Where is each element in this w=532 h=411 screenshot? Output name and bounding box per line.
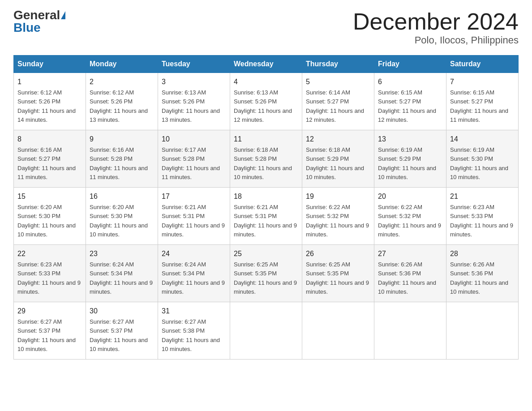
day-number: 23 bbox=[90, 248, 154, 259]
day-info: Sunrise: 6:18 AMSunset: 5:28 PMDaylight:… bbox=[234, 146, 292, 180]
day-info: Sunrise: 6:16 AMSunset: 5:27 PMDaylight:… bbox=[17, 146, 76, 180]
calendar-cell: 29Sunrise: 6:27 AMSunset: 5:37 PMDayligh… bbox=[14, 302, 86, 360]
calendar-cell: 18Sunrise: 6:21 AMSunset: 5:31 PMDayligh… bbox=[230, 188, 302, 245]
calendar-cell: 27Sunrise: 6:26 AMSunset: 5:36 PMDayligh… bbox=[374, 245, 446, 302]
day-info: Sunrise: 6:25 AMSunset: 5:35 PMDaylight:… bbox=[234, 261, 297, 295]
day-number: 26 bbox=[306, 248, 370, 259]
weekday-header-monday: Monday bbox=[86, 56, 158, 73]
day-number: 20 bbox=[378, 191, 442, 202]
day-info: Sunrise: 6:23 AMSunset: 5:33 PMDaylight:… bbox=[17, 261, 81, 295]
day-info: Sunrise: 6:22 AMSunset: 5:32 PMDaylight:… bbox=[306, 204, 369, 238]
day-number: 25 bbox=[234, 248, 298, 259]
day-number: 1 bbox=[17, 77, 82, 87]
calendar-cell: 26Sunrise: 6:25 AMSunset: 5:35 PMDayligh… bbox=[302, 245, 374, 302]
day-number: 7 bbox=[450, 77, 515, 87]
calendar-cell: 7Sunrise: 6:15 AMSunset: 5:27 PMDaylight… bbox=[446, 73, 519, 130]
calendar-cell: 12Sunrise: 6:18 AMSunset: 5:29 PMDayligh… bbox=[302, 130, 374, 188]
calendar-cell: 21Sunrise: 6:23 AMSunset: 5:33 PMDayligh… bbox=[446, 188, 519, 245]
page-subtitle: Polo, Ilocos, Philippines bbox=[353, 34, 519, 46]
day-info: Sunrise: 6:24 AMSunset: 5:34 PMDaylight:… bbox=[162, 261, 225, 295]
day-number: 29 bbox=[17, 306, 82, 317]
calendar-cell: 22Sunrise: 6:23 AMSunset: 5:33 PMDayligh… bbox=[14, 245, 86, 302]
day-number: 5 bbox=[306, 77, 370, 87]
day-info: Sunrise: 6:26 AMSunset: 5:36 PMDaylight:… bbox=[378, 261, 436, 295]
day-number: 28 bbox=[450, 248, 515, 259]
day-info: Sunrise: 6:20 AMSunset: 5:30 PMDaylight:… bbox=[17, 204, 76, 238]
day-info: Sunrise: 6:27 AMSunset: 5:37 PMDaylight:… bbox=[90, 318, 148, 352]
day-info: Sunrise: 6:21 AMSunset: 5:31 PMDaylight:… bbox=[234, 204, 297, 238]
calendar-week-row: 15Sunrise: 6:20 AMSunset: 5:30 PMDayligh… bbox=[14, 188, 519, 245]
day-info: Sunrise: 6:26 AMSunset: 5:36 PMDaylight:… bbox=[450, 261, 508, 295]
page-title: December 2024 bbox=[353, 9, 519, 34]
day-number: 4 bbox=[234, 77, 298, 87]
weekday-header-tuesday: Tuesday bbox=[158, 56, 230, 73]
day-info: Sunrise: 6:22 AMSunset: 5:32 PMDaylight:… bbox=[378, 204, 441, 238]
page-header: General Blue December 2024 Polo, Ilocos,… bbox=[13, 9, 519, 46]
day-info: Sunrise: 6:14 AMSunset: 5:27 PMDaylight:… bbox=[306, 89, 364, 123]
calendar-cell: 24Sunrise: 6:24 AMSunset: 5:34 PMDayligh… bbox=[158, 245, 230, 302]
calendar-week-row: 29Sunrise: 6:27 AMSunset: 5:37 PMDayligh… bbox=[14, 302, 519, 360]
day-info: Sunrise: 6:17 AMSunset: 5:28 PMDaylight:… bbox=[162, 146, 220, 180]
day-number: 14 bbox=[450, 134, 515, 145]
calendar-cell: 11Sunrise: 6:18 AMSunset: 5:28 PMDayligh… bbox=[230, 130, 302, 188]
day-number: 17 bbox=[162, 191, 226, 202]
weekday-header-wednesday: Wednesday bbox=[230, 56, 302, 73]
day-number: 15 bbox=[17, 191, 82, 202]
calendar-cell bbox=[230, 302, 302, 360]
calendar-cell: 6Sunrise: 6:15 AMSunset: 5:27 PMDaylight… bbox=[374, 73, 446, 130]
day-info: Sunrise: 6:24 AMSunset: 5:34 PMDaylight:… bbox=[90, 261, 153, 295]
day-number: 30 bbox=[90, 306, 154, 317]
calendar-cell: 3Sunrise: 6:13 AMSunset: 5:26 PMDaylight… bbox=[158, 73, 230, 130]
calendar-cell: 25Sunrise: 6:25 AMSunset: 5:35 PMDayligh… bbox=[230, 245, 302, 302]
calendar-cell: 2Sunrise: 6:12 AMSunset: 5:26 PMDaylight… bbox=[86, 73, 158, 130]
calendar-cell: 14Sunrise: 6:19 AMSunset: 5:30 PMDayligh… bbox=[446, 130, 519, 188]
day-number: 22 bbox=[17, 248, 82, 259]
day-number: 21 bbox=[450, 191, 515, 202]
calendar-cell: 5Sunrise: 6:14 AMSunset: 5:27 PMDaylight… bbox=[302, 73, 374, 130]
day-info: Sunrise: 6:27 AMSunset: 5:37 PMDaylight:… bbox=[17, 318, 76, 352]
day-info: Sunrise: 6:19 AMSunset: 5:30 PMDaylight:… bbox=[450, 146, 508, 180]
day-info: Sunrise: 6:16 AMSunset: 5:28 PMDaylight:… bbox=[90, 146, 148, 180]
day-info: Sunrise: 6:15 AMSunset: 5:27 PMDaylight:… bbox=[378, 89, 436, 123]
weekday-header-sunday: Sunday bbox=[14, 56, 86, 73]
day-number: 2 bbox=[90, 77, 154, 87]
day-info: Sunrise: 6:18 AMSunset: 5:29 PMDaylight:… bbox=[306, 146, 364, 180]
calendar-cell: 13Sunrise: 6:19 AMSunset: 5:29 PMDayligh… bbox=[374, 130, 446, 188]
day-number: 16 bbox=[90, 191, 154, 202]
weekday-header-saturday: Saturday bbox=[446, 56, 519, 73]
calendar-cell: 30Sunrise: 6:27 AMSunset: 5:37 PMDayligh… bbox=[86, 302, 158, 360]
day-info: Sunrise: 6:15 AMSunset: 5:27 PMDaylight:… bbox=[450, 89, 508, 123]
day-info: Sunrise: 6:13 AMSunset: 5:26 PMDaylight:… bbox=[162, 89, 220, 123]
day-info: Sunrise: 6:12 AMSunset: 5:26 PMDaylight:… bbox=[17, 89, 76, 123]
day-info: Sunrise: 6:20 AMSunset: 5:30 PMDaylight:… bbox=[90, 204, 148, 238]
day-number: 18 bbox=[234, 191, 298, 202]
day-info: Sunrise: 6:21 AMSunset: 5:31 PMDaylight:… bbox=[162, 204, 225, 238]
calendar-cell: 19Sunrise: 6:22 AMSunset: 5:32 PMDayligh… bbox=[302, 188, 374, 245]
calendar-week-row: 8Sunrise: 6:16 AMSunset: 5:27 PMDaylight… bbox=[14, 130, 519, 188]
day-number: 6 bbox=[378, 77, 442, 87]
weekday-header-thursday: Thursday bbox=[302, 56, 374, 73]
calendar-cell bbox=[374, 302, 446, 360]
calendar-table: SundayMondayTuesdayWednesdayThursdayFrid… bbox=[13, 55, 519, 360]
calendar-cell: 28Sunrise: 6:26 AMSunset: 5:36 PMDayligh… bbox=[446, 245, 519, 302]
day-number: 27 bbox=[378, 248, 442, 259]
day-number: 8 bbox=[17, 134, 82, 145]
logo-triangle-icon bbox=[61, 11, 65, 19]
day-number: 9 bbox=[90, 134, 154, 145]
calendar-cell: 4Sunrise: 6:13 AMSunset: 5:26 PMDaylight… bbox=[230, 73, 302, 130]
day-info: Sunrise: 6:27 AMSunset: 5:38 PMDaylight:… bbox=[162, 318, 220, 352]
calendar-header: SundayMondayTuesdayWednesdayThursdayFrid… bbox=[14, 56, 519, 73]
calendar-cell: 10Sunrise: 6:17 AMSunset: 5:28 PMDayligh… bbox=[158, 130, 230, 188]
day-info: Sunrise: 6:12 AMSunset: 5:26 PMDaylight:… bbox=[90, 89, 148, 123]
calendar-cell: 23Sunrise: 6:24 AMSunset: 5:34 PMDayligh… bbox=[86, 245, 158, 302]
calendar-cell: 17Sunrise: 6:21 AMSunset: 5:31 PMDayligh… bbox=[158, 188, 230, 245]
logo: General Blue bbox=[13, 9, 65, 34]
day-info: Sunrise: 6:19 AMSunset: 5:29 PMDaylight:… bbox=[378, 146, 436, 180]
calendar-cell: 1Sunrise: 6:12 AMSunset: 5:26 PMDaylight… bbox=[14, 73, 86, 130]
calendar-cell: 20Sunrise: 6:22 AMSunset: 5:32 PMDayligh… bbox=[374, 188, 446, 245]
day-number: 3 bbox=[162, 77, 226, 87]
day-number: 11 bbox=[234, 134, 298, 145]
day-number: 31 bbox=[162, 306, 226, 317]
calendar-cell bbox=[446, 302, 519, 360]
calendar-cell bbox=[302, 302, 374, 360]
